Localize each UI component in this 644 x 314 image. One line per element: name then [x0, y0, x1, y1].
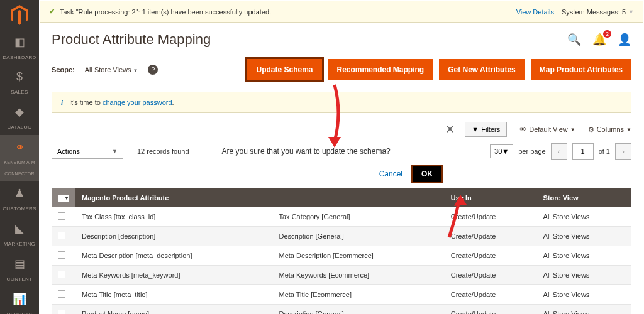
cell-mapped: Tax Category [General] — [272, 207, 444, 227]
cell-use-in: Create/Update — [445, 246, 537, 265]
row-checkbox[interactable] — [58, 251, 65, 259]
info-icon: i — [61, 99, 63, 106]
page-input[interactable] — [572, 143, 594, 160]
system-message-bar: ✔ Task "Rule processing: 2": 1 item(s) h… — [40, 1, 643, 23]
cell-store-view: All Store Views — [537, 284, 631, 304]
row-checkbox[interactable] — [58, 212, 65, 220]
cell-mapped: Description [General] — [272, 226, 444, 246]
nav-sales[interactable]: $SALES — [0, 65, 39, 100]
cell-mapped: Meta Keywords [Ecommerce] — [272, 265, 444, 284]
cell-mapped: Description [General] — [272, 304, 444, 314]
col-store-view[interactable]: Store View — [537, 188, 631, 207]
col-use-in[interactable]: Use In — [445, 188, 537, 207]
row-checkbox[interactable] — [58, 271, 65, 278]
modal-actions: Cancel OK — [39, 165, 644, 188]
main-content: ✔ Task "Rule processing: 2": 1 item(s) h… — [39, 0, 644, 314]
cell-store-view: All Store Views — [537, 226, 631, 246]
search-icon[interactable]: 🔍 — [567, 33, 581, 46]
cell-use-in: Create/Update — [445, 284, 537, 304]
table-row[interactable]: Meta Keywords [meta_keyword]Meta Keyword… — [52, 265, 631, 284]
cell-use-in: Create/Update — [445, 226, 537, 246]
cell-store-view: All Store Views — [537, 207, 631, 227]
next-page-button[interactable]: › — [615, 143, 631, 160]
filters-button[interactable]: ▼Filters — [465, 122, 507, 137]
col-mapped[interactable] — [272, 188, 444, 207]
grid-controls-row2: Actions▼ 12 records found Are you sure t… — [39, 143, 644, 165]
cell-magento-attr: Meta Description [meta_description] — [75, 246, 272, 265]
change-password-link[interactable]: change your password — [103, 99, 172, 106]
help-icon[interactable]: ? — [148, 65, 158, 75]
action-bar: Scope: All Store Views ▼ ? Update Schema… — [39, 54, 644, 92]
cell-magento-attr: Tax Class [tax_class_id] — [75, 207, 272, 227]
ok-button[interactable]: OK — [411, 165, 443, 183]
notif-badge: 2 — [603, 30, 611, 38]
cell-store-view: All Store Views — [537, 265, 631, 284]
table-row[interactable]: Tax Class [tax_class_id]Tax Category [Ge… — [52, 207, 631, 227]
cell-magento-attr: Description [description] — [75, 226, 272, 246]
records-found: 12 records found — [137, 148, 189, 155]
table-row[interactable]: Meta Title [meta_title]Meta Title [Ecomm… — [52, 284, 631, 304]
scope-label: Scope: — [52, 66, 75, 73]
admin-sidebar: ◧DASHBOARD $SALES ◆CATALOG ⚭KENSIUM A-M … — [0, 0, 39, 314]
default-view-button[interactable]: 👁Default View ▼ — [519, 126, 575, 133]
banner-text: It's time to change your password. — [69, 99, 174, 106]
nav-content[interactable]: ▤CONTENT — [0, 252, 39, 287]
row-checkbox[interactable] — [58, 290, 65, 298]
pager: 30▼ per page ‹ of 1 › — [490, 143, 631, 160]
actions-select[interactable]: Actions▼ — [52, 144, 123, 159]
select-all-header[interactable]: ▾ — [52, 188, 75, 207]
cancel-button[interactable]: Cancel — [379, 170, 402, 178]
table-row[interactable]: Product Name [name]Description [General]… — [52, 304, 631, 314]
cell-magento-attr: Meta Title [meta_title] — [75, 284, 272, 304]
table-row[interactable]: Description [description]Description [Ge… — [52, 226, 631, 246]
cell-use-in: Create/Update — [445, 265, 537, 284]
funnel-icon: ▼ — [472, 126, 479, 133]
view-details-link[interactable]: View Details — [516, 8, 554, 16]
table-row[interactable]: Meta Description [meta_description]Meta … — [52, 246, 631, 265]
map-product-attributes-button[interactable]: Map Product Attributes — [531, 59, 631, 80]
cell-use-in: Create/Update — [445, 207, 537, 227]
cell-magento-attr: Product Name [name] — [75, 304, 272, 314]
nav-dashboard[interactable]: ◧DASHBOARD — [0, 30, 39, 65]
per-page-label: per page — [518, 148, 545, 155]
notifications-icon[interactable]: 🔔2 — [592, 33, 606, 46]
magento-logo[interactable] — [8, 5, 31, 25]
prev-page-button[interactable]: ‹ — [551, 143, 567, 160]
page-title: Product Attribute Mapping — [52, 31, 556, 48]
nav-marketing[interactable]: ◣MARKETING — [0, 217, 39, 252]
modal-prompt: Are you sure that you want to update the… — [222, 147, 486, 156]
cell-magento-attr: Meta Keywords [meta_keyword] — [75, 265, 272, 284]
col-magento-attribute[interactable]: Magento Product Attribute — [75, 188, 272, 207]
nav-connector[interactable]: ⚭KENSIUM A-M CONNECTOR — [0, 135, 39, 181]
cell-store-view: All Store Views — [537, 246, 631, 265]
eye-icon: 👁 — [519, 126, 526, 133]
nav-catalog[interactable]: ◆CATALOG — [0, 100, 39, 135]
nav-reports[interactable]: 📊REPORTS — [0, 287, 39, 314]
close-icon[interactable]: ✕ — [445, 122, 455, 136]
cell-mapped: Meta Description [Ecommerce] — [272, 246, 444, 265]
system-message-text: Task "Rule processing: 2": 1 item(s) hav… — [60, 8, 271, 16]
scope-value[interactable]: All Store Views ▼ — [85, 66, 138, 73]
row-checkbox[interactable] — [58, 232, 65, 239]
cell-mapped: Meta Title [Ecommerce] — [272, 284, 444, 304]
update-schema-button[interactable]: Update Schema — [247, 59, 321, 80]
recommended-mapping-button[interactable]: Recommended Mapping — [328, 59, 433, 80]
cell-use-in: Create/Update — [445, 304, 537, 314]
grid-controls-row1: ✕ ▼Filters 👁Default View ▼ ⚙Columns ▼ — [39, 122, 644, 143]
columns-button[interactable]: ⚙Columns ▼ — [588, 126, 631, 134]
get-new-attributes-button[interactable]: Get New Attributes — [439, 59, 525, 80]
gear-icon: ⚙ — [588, 126, 594, 134]
caret-down-icon[interactable]: ▼ — [628, 9, 634, 15]
check-icon: ✔ — [49, 8, 55, 16]
per-page-select[interactable]: 30▼ — [490, 144, 513, 158]
row-checkbox[interactable] — [58, 310, 65, 315]
info-banner: i It's time to change your password. — [52, 92, 631, 113]
nav-customers[interactable]: ♟CUSTOMERS — [0, 181, 39, 217]
cell-store-view: All Store Views — [537, 304, 631, 314]
attribute-table: ▾ Magento Product Attribute Use In Store… — [52, 188, 631, 314]
account-icon[interactable]: 👤 — [618, 33, 631, 46]
title-bar: Product Attribute Mapping 🔍 🔔2 👤 — [39, 23, 644, 54]
system-messages-count[interactable]: System Messages: 5 — [562, 8, 626, 16]
page-of-label: of 1 — [599, 148, 610, 155]
